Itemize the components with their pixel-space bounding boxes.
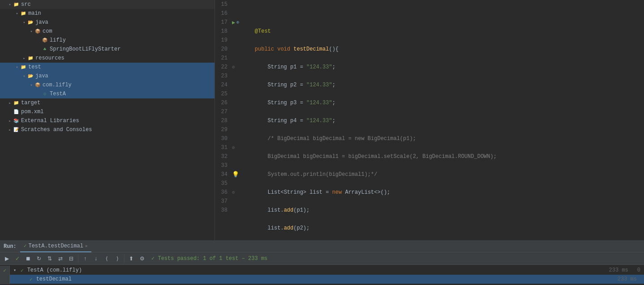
passed-filter-btn[interactable]: ✓ <box>13 254 22 264</box>
code-line-15 <box>242 9 644 18</box>
gutter-marker-22: ⊘ <box>232 64 235 70</box>
test-item-testdecimal[interactable]: ▾ ✓ testDecimal 233 ms <box>10 275 644 284</box>
settings-btn[interactable]: ⚙ <box>137 254 147 264</box>
tree-label-pom: pom.xml <box>21 109 43 115</box>
code-scroll[interactable]: 15 16 17 18 19 20 21 22 23 24 25 26 27 2… <box>215 0 644 240</box>
tree-arrow-lifly: ▸ <box>36 38 41 43</box>
tree-label-src: src <box>21 1 31 8</box>
tab-testa-testdecimal[interactable]: ✓ TestA.testDecimal ✕ <box>20 241 91 252</box>
folder-resources-icon: 📁 <box>27 55 34 62</box>
tree-item-com[interactable]: ▾ 📦 com <box>0 27 215 36</box>
tree-item-src[interactable]: ▾ 📁 src <box>0 0 215 9</box>
tab-close-btn[interactable]: ✕ <box>85 243 88 249</box>
tree-label-lifly: lifly <box>50 37 66 43</box>
gutter: ▶ ⊕ ⊘ ⊘ <box>231 0 240 240</box>
tree-item-scratches[interactable]: ▸ 📝 Scratches and Consoles <box>0 125 215 134</box>
package-com-icon: 📦 <box>34 28 41 35</box>
code-line-20: String p3 = "124.33"; <box>242 98 644 107</box>
tree-item-test[interactable]: ▾ 📁 test <box>0 63 215 72</box>
expand-testa: ▾ <box>13 268 19 273</box>
tree-item-pom[interactable]: ▸ 📄 pom.xml <box>0 107 215 116</box>
gutter-marker-36: ⊘ <box>232 190 235 195</box>
export-btn[interactable]: ⬆ <box>126 254 136 264</box>
editor-area: 15 16 17 18 19 20 21 22 23 24 25 26 27 2… <box>215 0 644 240</box>
left-strip: ✓ <box>0 266 10 284</box>
test-status-label: Tests passed: 1 of 1 test – 233 ms <box>158 255 267 262</box>
test-status-text: ✓ Tests passed: 1 of 1 test – 233 ms <box>151 255 267 262</box>
test-list: ▾ ✓ TestA (com.lifly) 233 ms 0 ▾ ✓ testD… <box>10 266 644 284</box>
code-line-18: String p1 = "124.33"; <box>242 63 644 72</box>
tree-label-com-lifly: com.lifly <box>43 82 72 88</box>
run-btn[interactable]: ▶ <box>2 254 12 264</box>
tree-item-com-lifly[interactable]: ▾ 📦 com.lifly <box>0 81 215 89</box>
code-line-17: public void testDecimal(){ <box>242 45 644 54</box>
class-springboot-icon: ☘ <box>41 46 48 53</box>
tree-label-ext-libs: External Libraries <box>21 118 79 124</box>
code-line-24: System.out.println(bigDecimal1);*/ <box>242 170 644 179</box>
tree-label-target: target <box>21 100 40 106</box>
next-fail-btn[interactable]: ⟩ <box>112 254 122 264</box>
package-lifly-icon: 📦 <box>41 37 48 44</box>
sort-duration-btn[interactable]: ⇄ <box>56 254 65 264</box>
test-time-testa: 233 ms <box>609 267 632 273</box>
tree-item-java[interactable]: ▾ 📂 java <box>0 18 215 27</box>
tree-item-resources[interactable]: ▸ 📁 resources <box>0 54 215 63</box>
scroll-to-test-btn[interactable]: ↑ <box>80 254 90 264</box>
prev-fail-btn[interactable]: ⟨ <box>102 254 112 264</box>
tree-item-ext-libs[interactable]: ▸ 📚 External Libraries <box>0 116 215 125</box>
code-line-26: list.add(p1); <box>242 206 644 215</box>
tree-arrow-springboot: ▸ <box>36 47 41 52</box>
code-line-19: String p2 = "124.33"; <box>242 81 644 89</box>
code-line-27: list.add(p2); <box>242 224 644 233</box>
results-layout: ✓ ▾ ✓ TestA (com.lifly) 233 ms 0 ▾ ✓ tes… <box>0 266 644 284</box>
test-count-testa: 0 <box>637 267 640 273</box>
xml-pom-icon: 📄 <box>13 108 20 115</box>
folder-test-java-icon: 📂 <box>27 72 34 80</box>
tree-item-springboot[interactable]: ▸ ☘ SpringBootLiFlyStarter <box>0 45 215 54</box>
collapse-btn[interactable]: ⊟ <box>66 254 76 264</box>
code-line-23: BigDecimal bigDecimal1 = bigDecimal.setS… <box>242 152 644 161</box>
tree-arrow-main: ▾ <box>14 11 20 16</box>
sort-alpha-btn[interactable]: ⇅ <box>45 254 55 264</box>
tree-item-lifly[interactable]: ▸ 📦 lifly <box>0 36 215 45</box>
toolbar-sep-1 <box>78 255 78 263</box>
tree-item-target[interactable]: ▸ 📁 target <box>0 98 215 107</box>
test-name-testdecimal: testDecimal <box>36 276 72 282</box>
scroll-down-btn[interactable]: ↓ <box>91 254 101 264</box>
expand-testdecimal: ▾ <box>13 276 19 282</box>
run-icon-17[interactable]: ▶ <box>232 19 235 26</box>
rerun-failed-btn[interactable]: ↻ <box>34 254 44 264</box>
tree-item-main[interactable]: ▾ 📁 main <box>0 9 215 18</box>
tree-arrow-com: ▾ <box>29 29 34 34</box>
code-line-16: @Test <box>242 27 644 36</box>
class-testa-icon: ☉ <box>41 90 48 98</box>
tree-label-testa: TestA <box>50 91 66 97</box>
code-line-22: /* BigDecimal bigDecimal = new BigDecima… <box>242 134 644 143</box>
tree-item-testa[interactable]: ▸ ☉ TestA <box>0 89 215 98</box>
tree-arrow-src: ▾ <box>7 2 13 7</box>
tree-label-test: test <box>28 64 41 70</box>
tree-item-test-java[interactable]: ▾ 📂 java <box>0 72 215 81</box>
stop-btn[interactable]: ⏹ <box>23 254 33 264</box>
test-item-testa[interactable]: ▾ ✓ TestA (com.lifly) 233 ms 0 <box>10 266 644 275</box>
bottom-toolbar: ▶ ✓ ⏹ ↻ ⇅ ⇄ ⊟ ↑ ↓ ⟨ ⟩ ⬆ ⚙ ✓ Tests passed… <box>0 252 644 265</box>
bulb-icon-34[interactable]: 💡 <box>232 171 239 178</box>
tree-arrow-ext-libs: ▸ <box>7 119 13 123</box>
tree-arrow-pom: ▸ <box>7 110 13 115</box>
tree-arrow-test-java: ▾ <box>21 74 27 79</box>
line-numbers: 15 16 17 18 19 20 21 22 23 24 25 26 27 2… <box>215 0 231 240</box>
tree-arrow-testa: ▸ <box>36 92 41 97</box>
code-content[interactable]: @Test public void testDecimal(){ String … <box>240 0 644 240</box>
tree-label-springboot: SpringBootLiFlyStarter <box>50 46 120 52</box>
test-name-testa: TestA (com.lifly) <box>27 267 82 273</box>
scratch-icon: 📝 <box>13 126 20 133</box>
bottom-tab-bar: Run: ✓ TestA.testDecimal ✕ <box>0 241 644 252</box>
library-icon: 📚 <box>13 117 20 124</box>
tree-arrow-com-lifly: ▾ <box>29 83 34 88</box>
tree-arrow-resources: ▸ <box>21 56 27 61</box>
tree-label-java: java <box>35 19 48 26</box>
folder-src-icon: 📁 <box>13 1 20 8</box>
left-strip-icon-1[interactable]: ✓ <box>3 268 6 273</box>
gutter-marker-17: ⊕ <box>236 20 239 25</box>
folder-test-icon: 📁 <box>20 64 27 71</box>
